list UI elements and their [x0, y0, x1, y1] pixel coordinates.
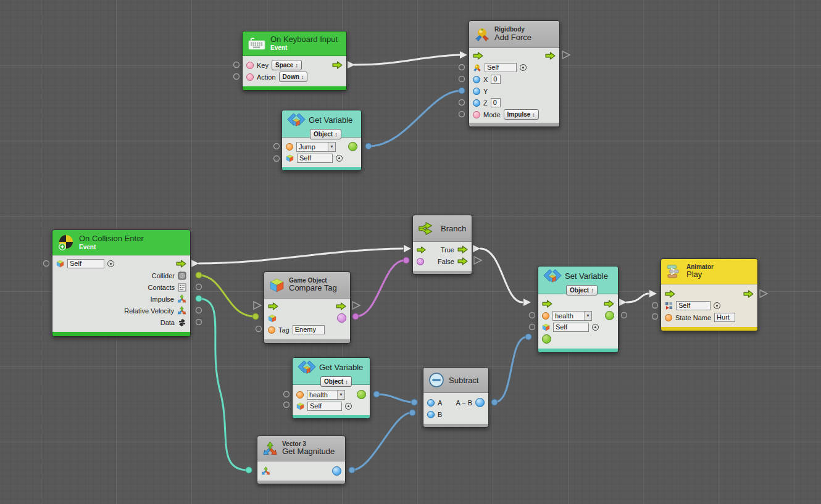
variable-select[interactable]: health▼ — [552, 311, 592, 321]
port-y[interactable] — [473, 88, 480, 95]
animator-port-icon[interactable] — [665, 302, 673, 310]
result-out-port[interactable] — [475, 398, 485, 407]
key-dropdown[interactable]: Space — [272, 60, 302, 70]
contacts-out-label: Contacts — [148, 284, 175, 291]
condition-port[interactable] — [417, 258, 424, 265]
node-compare-tag[interactable]: Game Object Compare Tag Tag Enemy — [264, 271, 351, 344]
gameobject-port-icon[interactable] — [268, 314, 277, 323]
node-on-collision-enter[interactable]: On Collision Enter Event Self Collider C… — [52, 229, 191, 337]
port-value-out[interactable] — [605, 311, 614, 320]
port-name[interactable] — [542, 312, 549, 320]
mode-dropdown[interactable]: Impulse — [504, 109, 539, 120]
target-picker-icon[interactable] — [107, 260, 114, 267]
node-footer — [52, 332, 190, 336]
variable-select[interactable]: health▼ — [307, 390, 345, 400]
target-field[interactable]: Self — [67, 259, 104, 268]
false-label: False — [438, 258, 454, 265]
target-picker-icon[interactable] — [714, 302, 720, 309]
node-add-force[interactable]: Rigidbody Add Force Self X 0 Y Z 0 — [469, 20, 560, 127]
target-field[interactable]: Self — [485, 63, 517, 72]
state-name-field[interactable]: Hurt — [714, 313, 735, 322]
flow-in-port[interactable] — [268, 302, 278, 310]
port-name[interactable] — [296, 391, 304, 399]
flow-out-port[interactable] — [176, 260, 186, 268]
flow-in-port[interactable] — [473, 52, 483, 60]
impulse-out-label: Impulse — [150, 295, 174, 303]
node-title: Play — [686, 270, 714, 279]
gameobject-port-icon[interactable] — [296, 402, 304, 410]
target-field[interactable]: Self — [297, 154, 333, 163]
port-value-out[interactable] — [348, 142, 357, 151]
port-name[interactable] — [286, 143, 293, 151]
target-picker-icon[interactable] — [345, 403, 352, 410]
port-value-in[interactable] — [542, 334, 551, 344]
wire-health-to-subtract-a — [377, 394, 412, 402]
port-action-label: Action — [257, 73, 276, 81]
port-mode[interactable] — [473, 111, 480, 118]
target-field[interactable]: Self — [553, 323, 589, 332]
node-get-variable-health[interactable]: Get Variable Object health▼ Self — [292, 357, 370, 419]
node-subtract[interactable]: Subtract A A − B B — [423, 367, 489, 428]
vector3-port-icon[interactable] — [261, 466, 270, 476]
wire-comparetag-to-branch — [356, 260, 404, 316]
gameobject-port-icon[interactable] — [542, 323, 550, 331]
node-title: Subtract — [449, 376, 478, 385]
node-footer — [257, 481, 345, 484]
target-picker-icon[interactable] — [592, 324, 599, 331]
flow-out-port[interactable] — [332, 61, 343, 69]
node-set-variable[interactable]: Set Variable Object health▼ Self — [538, 266, 619, 353]
result-out-port[interactable] — [332, 466, 341, 476]
target-picker-icon[interactable] — [336, 155, 343, 162]
action-dropdown[interactable]: Down — [279, 72, 308, 82]
target-picker-icon[interactable] — [520, 64, 527, 71]
tag-field[interactable]: Enemy — [293, 325, 325, 334]
flow-out-port[interactable] — [545, 52, 556, 60]
data-icon[interactable] — [178, 318, 186, 327]
flow-out-port[interactable] — [604, 300, 614, 308]
node-get-variable-jump[interactable]: Get Variable Object Jump▼ Self — [281, 110, 362, 171]
port-a[interactable] — [427, 399, 435, 407]
flow-out-port[interactable] — [743, 290, 754, 298]
scope-dropdown[interactable]: Object — [320, 376, 352, 387]
port-value-out[interactable] — [357, 390, 366, 399]
rigidbody-port-icon[interactable] — [473, 64, 481, 72]
node-footer — [243, 86, 346, 90]
wire-setvar-to-animator — [627, 294, 648, 302]
graph-canvas[interactable]: On Keyboard Input Event Key Space Action… — [0, 0, 821, 504]
node-get-magnitude[interactable]: Vector 3 Get Magnitude — [257, 436, 346, 484]
state-name-port[interactable] — [665, 314, 672, 321]
vector3-icon[interactable] — [177, 306, 186, 315]
flow-in-port[interactable] — [417, 246, 426, 254]
a-label: A — [438, 399, 442, 407]
collider-icon[interactable] — [178, 271, 186, 280]
node-animator-play[interactable]: Animator Play Self State Name Hurt — [661, 258, 758, 331]
x-field[interactable]: 0 — [491, 75, 501, 84]
false-out-port[interactable] — [457, 257, 468, 265]
flow-in-port[interactable] — [665, 290, 675, 298]
scope-dropdown[interactable]: Object — [566, 285, 598, 295]
node-title: Branch — [441, 224, 466, 233]
port-z[interactable] — [473, 99, 480, 107]
node-footer — [282, 167, 361, 170]
vector3-icon[interactable] — [177, 294, 186, 304]
target-field[interactable]: Self — [676, 301, 711, 310]
node-on-keyboard-input[interactable]: On Keyboard Input Event Key Space Action… — [242, 31, 347, 91]
port-x[interactable] — [473, 76, 480, 83]
node-branch[interactable]: Branch True False — [412, 215, 472, 275]
scope-dropdown[interactable]: Object — [310, 129, 341, 139]
port-key[interactable] — [246, 62, 254, 69]
port-b[interactable] — [427, 411, 435, 418]
flow-out-port[interactable] — [336, 302, 346, 310]
contacts-icon[interactable] — [178, 283, 186, 292]
variable-select[interactable]: Jump▼ — [296, 142, 336, 152]
result-out-port[interactable] — [337, 313, 346, 323]
flow-in-port[interactable] — [542, 300, 552, 308]
target-field[interactable]: Self — [307, 402, 342, 411]
relative-velocity-out-label: Relative Velocity — [124, 307, 174, 315]
true-out-port[interactable] — [457, 246, 468, 254]
gameobject-port-icon[interactable] — [56, 260, 64, 268]
z-field[interactable]: 0 — [491, 98, 501, 107]
tag-port[interactable] — [268, 326, 275, 334]
port-action[interactable] — [246, 73, 254, 81]
gameobject-port-icon[interactable] — [286, 154, 294, 162]
